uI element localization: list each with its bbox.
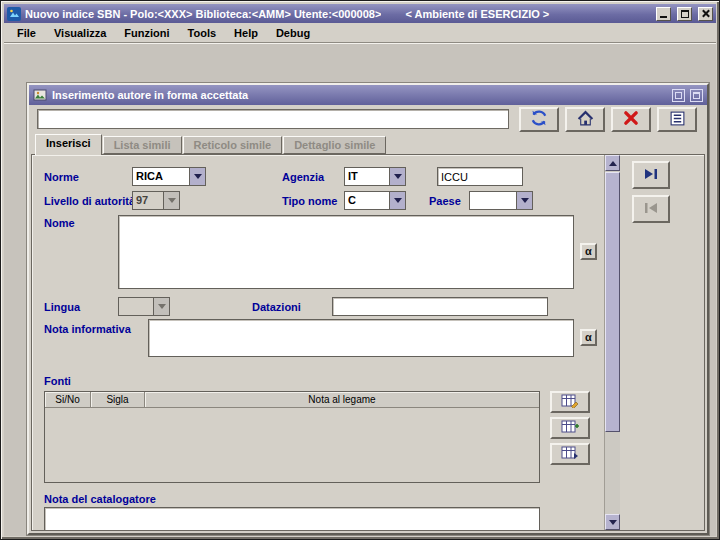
agenzia-code-field[interactable] (437, 167, 523, 186)
tab-content-panel: Norme RICA Agenzia IT Livello di autorit… (31, 154, 705, 531)
window-environment: < Ambiente di ESERCIZIO > (405, 8, 650, 20)
fonti-link-button[interactable] (550, 443, 590, 465)
close-icon (701, 9, 710, 18)
tab-strip: Inserisci Lista simili Reticolo simile D… (31, 134, 705, 154)
norme-label: Norme (44, 171, 79, 183)
tab-inserisci[interactable]: Inserisci (35, 134, 102, 155)
special-chars-button-nome[interactable]: α (580, 243, 597, 260)
menu-funzioni[interactable]: Funzioni (115, 25, 178, 41)
home-button[interactable] (565, 107, 605, 132)
app-icon (7, 7, 21, 21)
minimize-button[interactable] (656, 7, 671, 21)
close-button[interactable] (698, 7, 713, 21)
desktop-area: Inserimento autore in forma accettata (4, 44, 716, 536)
home-icon (577, 110, 594, 130)
maximize-icon (681, 10, 689, 18)
agenzia-combobox[interactable]: IT (344, 167, 406, 186)
insert-table-icon (561, 420, 579, 437)
livello-combobox[interactable]: 97 (132, 191, 180, 210)
lingua-label: Lingua (44, 301, 80, 313)
vertical-scrollbar[interactable] (604, 155, 620, 530)
nome-label: Nome (44, 217, 75, 229)
chevron-down-icon[interactable] (163, 192, 179, 209)
fonti-col-nota: Nota al legame (145, 392, 539, 407)
fonti-col-sigla: Sigla (91, 392, 145, 407)
frame-title: Inserimento autore in forma accettata (52, 89, 667, 101)
chevron-down-icon[interactable] (389, 192, 405, 209)
fonti-label: Fonti (44, 375, 71, 387)
menu-debug[interactable]: Debug (267, 25, 319, 41)
application-window: Nuovo indice SBN - Polo:<XXX> Biblioteca… (0, 0, 720, 540)
livello-label: Livello di autorità (44, 195, 135, 207)
author-form: Norme RICA Agenzia IT Livello di autorit… (32, 155, 604, 530)
frame-maximize-button[interactable] (690, 89, 703, 102)
query-input[interactable] (37, 109, 509, 129)
forward-icon (642, 167, 660, 184)
window-titlebar: Nuovo indice SBN - Polo:<XXX> Biblioteca… (4, 4, 716, 23)
action-panel (620, 155, 704, 530)
nota-informativa-label: Nota informativa (44, 323, 131, 335)
cancel-button[interactable] (611, 107, 651, 132)
maximize-button[interactable] (677, 7, 692, 21)
tab-lista-simili[interactable]: Lista simili (103, 136, 182, 154)
back-icon (642, 201, 660, 218)
list-icon (669, 110, 686, 130)
chevron-down-icon[interactable] (516, 192, 532, 209)
paese-label: Paese (429, 195, 461, 207)
menu-tools[interactable]: Tools (179, 25, 226, 41)
fonti-table: Si/No Sigla Nota al legame (44, 391, 540, 483)
fonti-insert-button[interactable] (550, 417, 590, 439)
refresh-icon (530, 109, 548, 130)
frame-restore-button[interactable] (672, 89, 685, 102)
menu-file[interactable]: File (8, 25, 45, 41)
list-button[interactable] (657, 107, 697, 132)
menu-help[interactable]: Help (225, 25, 267, 41)
refresh-button[interactable] (519, 107, 559, 132)
lingua-combobox[interactable] (118, 297, 170, 316)
nome-textarea[interactable] (118, 215, 574, 289)
chevron-down-icon[interactable] (189, 168, 205, 185)
forward-button[interactable] (632, 161, 670, 189)
norme-value: RICA (133, 168, 189, 185)
chevron-down-icon[interactable] (389, 168, 405, 185)
tab-dettaglio-simile[interactable]: Dettaglio simile (283, 136, 386, 154)
edit-table-icon (561, 394, 579, 411)
special-chars-button-nota[interactable]: α (580, 329, 597, 346)
scroll-down-button[interactable] (605, 514, 620, 530)
menubar: File Visualizza Funzioni Tools Help Debu… (4, 23, 716, 43)
fonti-edit-button[interactable] (550, 391, 590, 413)
paese-value (470, 192, 516, 209)
frame-titlebar: Inserimento autore in forma accettata (29, 85, 707, 105)
nota-catalogatore-label: Nota del catalogatore (44, 493, 156, 505)
datazioni-field[interactable] (332, 297, 548, 316)
norme-combobox[interactable]: RICA (132, 167, 206, 186)
back-button[interactable] (632, 195, 670, 223)
minimize-icon (660, 16, 667, 18)
alpha-icon: α (585, 332, 592, 343)
chevron-down-icon[interactable] (153, 298, 169, 315)
lingua-value (119, 298, 153, 315)
frame-toolbar (29, 105, 707, 134)
menu-visualizza[interactable]: Visualizza (45, 25, 115, 41)
datazioni-label: Datazioni (252, 301, 301, 313)
livello-value: 97 (133, 192, 163, 209)
internal-frame: Inserimento autore in forma accettata (27, 83, 709, 535)
tipo-nome-value: C (345, 192, 389, 209)
scrollbar-thumb[interactable] (605, 172, 620, 432)
tab-reticolo-simile[interactable]: Reticolo simile (183, 136, 283, 154)
link-table-icon (561, 446, 579, 463)
nota-catalogatore-field[interactable] (44, 507, 540, 530)
paese-combobox[interactable] (469, 191, 533, 210)
agenzia-value: IT (345, 168, 389, 185)
nota-informativa-textarea[interactable] (148, 319, 574, 357)
arrow-up-icon (609, 161, 617, 166)
tipo-nome-label: Tipo nome (282, 195, 337, 207)
fonti-table-header: Si/No Sigla Nota al legame (45, 392, 539, 408)
window-title: Nuovo indice SBN - Polo:<XXX> Biblioteca… (25, 8, 381, 20)
picture-icon (33, 88, 47, 102)
scroll-up-button[interactable] (605, 155, 620, 171)
alpha-icon: α (585, 246, 592, 257)
arrow-down-icon (609, 520, 617, 525)
tipo-nome-combobox[interactable]: C (344, 191, 406, 210)
fonti-table-body[interactable] (45, 408, 539, 482)
